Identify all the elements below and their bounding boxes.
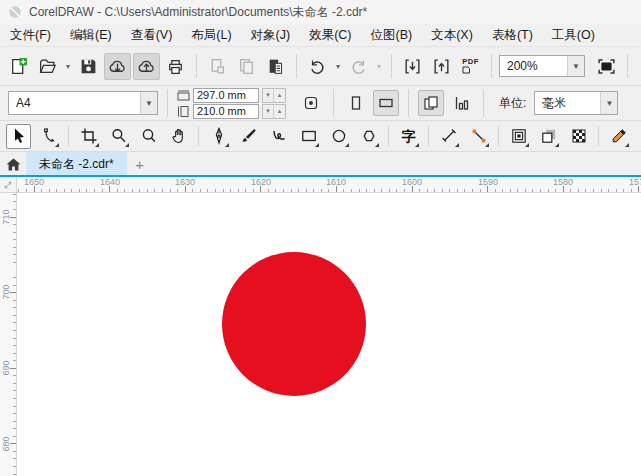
- brush-icon: [240, 127, 258, 145]
- open-dropdown-caret[interactable]: ▾: [63, 62, 73, 71]
- full-screen-preview-icon: [597, 57, 616, 76]
- publish-pdf-button[interactable]: PDF: [457, 53, 484, 80]
- new-tab-button[interactable]: +: [127, 152, 153, 177]
- crop-tool[interactable]: [76, 124, 101, 149]
- units-combo[interactable]: 毫米 ▼: [534, 91, 618, 115]
- all-pages-button[interactable]: [418, 90, 444, 116]
- menu-item-effects[interactable]: 效果(C): [309, 27, 351, 44]
- import-button[interactable]: [399, 53, 426, 80]
- welcome-home-button[interactable]: [0, 152, 26, 177]
- pen-tool[interactable]: [206, 124, 231, 149]
- transparency-icon: [570, 127, 588, 145]
- transparency-tool[interactable]: [566, 124, 591, 149]
- hruler-label: 1590: [473, 177, 503, 187]
- menu-item-bitmaps[interactable]: 位图(B): [371, 27, 413, 44]
- polygon-tool[interactable]: [356, 124, 381, 149]
- page-width-field[interactable]: 297.0 mm: [193, 88, 259, 103]
- page-height-icon: [177, 106, 190, 117]
- toolbar-separator: [627, 54, 628, 78]
- print-button[interactable]: [162, 53, 189, 80]
- ruler-row: 1650 1640 1630 1620 1610 1600 1590 1580 …: [0, 177, 641, 193]
- vruler-label: 710: [1, 202, 11, 232]
- contour-tool[interactable]: [506, 124, 531, 149]
- portrait-icon: [347, 94, 365, 112]
- menu-item-edit[interactable]: 编辑(E): [70, 27, 112, 44]
- page-height-stepper[interactable]: ▾▴: [262, 104, 286, 119]
- hruler-label: 1570: [624, 177, 641, 187]
- cloud-upload-icon: [137, 57, 156, 76]
- units-caret[interactable]: ▼: [600, 92, 617, 114]
- page-size-caret[interactable]: ▼: [140, 92, 157, 114]
- export-button[interactable]: [428, 53, 455, 80]
- color-eyedropper-tool[interactable]: [606, 124, 631, 149]
- page-size-combo[interactable]: A4 ▼: [8, 91, 158, 115]
- undo-icon: [308, 57, 327, 76]
- drop-shadow-tool[interactable]: [536, 124, 561, 149]
- import-icon: [403, 57, 422, 76]
- propbar-separator: [167, 89, 168, 117]
- drawing-canvas[interactable]: [17, 193, 641, 476]
- toolbox-separator: [498, 126, 499, 146]
- menu-item-text[interactable]: 文本(X): [431, 27, 473, 44]
- hruler-label: 1600: [397, 177, 427, 187]
- menu-item-view[interactable]: 查看(V): [131, 27, 173, 44]
- show-rulers-button[interactable]: [635, 53, 641, 80]
- rectangle-icon: [300, 127, 318, 145]
- toolbar-separator: [491, 54, 492, 78]
- artistic-media-tool[interactable]: [236, 124, 261, 149]
- connector-tool[interactable]: [466, 124, 491, 149]
- zoom-alt-tool[interactable]: [136, 124, 161, 149]
- menu-item-layout[interactable]: 布局(L): [191, 27, 231, 44]
- dimension-tool[interactable]: [436, 124, 461, 149]
- full-screen-preview-button[interactable]: [593, 53, 620, 80]
- units-label: 单位:: [499, 95, 526, 112]
- plus-icon: +: [135, 156, 144, 173]
- page-dimensions-options-button[interactable]: [298, 90, 324, 116]
- portrait-button[interactable]: [343, 90, 369, 116]
- interactive-fill-tool[interactable]: [636, 124, 641, 149]
- horizontal-ruler[interactable]: 1650 1640 1630 1620 1610 1600 1590 1580 …: [17, 177, 641, 193]
- red-circle-shape[interactable]: [222, 252, 366, 396]
- hruler-label: 1630: [170, 177, 200, 187]
- menu-item-object[interactable]: 对象(J): [251, 27, 291, 44]
- vertical-ruler[interactable]: 710 700 690 680: [0, 193, 17, 476]
- document-tab-active[interactable]: 未命名 -2.cdr*: [26, 152, 127, 177]
- toolbox: 字: [0, 121, 641, 152]
- shape-tool[interactable]: [36, 124, 61, 149]
- ellipse-tool[interactable]: [326, 124, 351, 149]
- undo-button[interactable]: [304, 53, 331, 80]
- zoom-combo-caret[interactable]: ▼: [567, 56, 584, 76]
- curve-tool[interactable]: [266, 124, 291, 149]
- open-button[interactable]: [34, 53, 61, 80]
- landscape-button[interactable]: [373, 90, 399, 116]
- cloud-save-button[interactable]: [133, 53, 160, 80]
- ellipse-icon: [330, 127, 348, 145]
- page-height-field[interactable]: 210.0 mm: [193, 104, 259, 119]
- menu-item-tools[interactable]: 工具(O): [552, 27, 595, 44]
- toolbar-separator: [296, 54, 297, 78]
- zoom-tool[interactable]: [106, 124, 131, 149]
- cloud-open-button[interactable]: [104, 53, 131, 80]
- menu-item-file[interactable]: 文件(F): [10, 27, 51, 44]
- page-width-stepper[interactable]: ▾▴: [262, 88, 286, 103]
- save-button[interactable]: [75, 53, 102, 80]
- new-document-button[interactable]: [5, 53, 32, 80]
- copy-button: [233, 53, 260, 80]
- ruler-origin-corner[interactable]: [0, 177, 17, 193]
- all-pages-icon: [422, 94, 440, 112]
- pan-tool[interactable]: [166, 124, 191, 149]
- undo-dropdown-caret[interactable]: ▾: [333, 62, 343, 71]
- page-size-value: A4: [9, 96, 140, 110]
- current-page-layers-button[interactable]: [448, 90, 474, 116]
- pick-tool-icon: [10, 127, 28, 145]
- paste-button[interactable]: [262, 53, 289, 80]
- menu-item-table[interactable]: 表格(T): [492, 27, 533, 44]
- contour-icon: [510, 127, 528, 145]
- curve-icon: [270, 127, 288, 145]
- rectangle-tool[interactable]: [296, 124, 321, 149]
- text-tool[interactable]: 字: [396, 124, 421, 149]
- zoom-level-combo[interactable]: 200% ▼: [499, 55, 585, 77]
- propbar-separator: [483, 89, 484, 117]
- pick-tool[interactable]: [6, 124, 31, 149]
- vruler-label: 680: [1, 429, 11, 459]
